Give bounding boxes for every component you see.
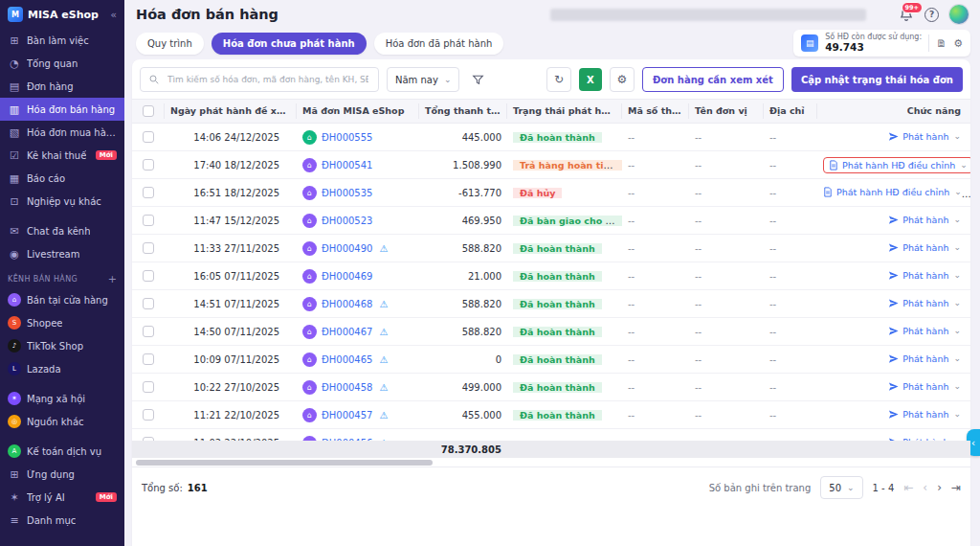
row-checkbox[interactable] (143, 187, 154, 198)
column-header[interactable]: Chức năng (817, 103, 970, 119)
column-header[interactable]: Ngày phát hành đề xuấtⓘ (165, 103, 297, 119)
refresh-icon[interactable]: ↻ (546, 67, 571, 92)
sidebar-item[interactable]: ▥Hóa đơn bán hàng (0, 98, 124, 121)
order-code-link[interactable]: ĐH000469 (322, 271, 372, 282)
sidebar-item[interactable]: ✶Mạng xã hội (0, 387, 124, 410)
first-page-icon[interactable]: ⇤ (903, 481, 913, 494)
warning-icon[interactable]: ⚠ (379, 410, 388, 421)
sidebar-item[interactable]: ◔Tổng quan (0, 52, 124, 75)
publish-action[interactable]: Phát hành HĐ điều chỉnh⌄ (823, 157, 970, 173)
order-code-link[interactable]: ĐH000468 (322, 299, 372, 309)
table-settings-icon[interactable]: ⚙ (610, 67, 635, 92)
publish-action[interactable]: Phát hành⌄ (888, 326, 961, 336)
next-page-icon[interactable]: › (937, 481, 942, 494)
column-header[interactable]: Mã số thuế (622, 103, 689, 119)
warning-icon[interactable]: ⚠ (379, 299, 388, 309)
row-checkbox[interactable] (143, 270, 154, 282)
order-code-link[interactable]: ĐH000535 (322, 188, 372, 198)
order-code-link[interactable]: ĐH000458 (322, 382, 372, 393)
tab-2[interactable]: Hóa đơn đã phát hành (374, 33, 504, 55)
order-code-link[interactable]: ĐH000465 (322, 354, 372, 365)
sidebar-item[interactable]: ☑Kê khai thuếMới (0, 144, 124, 167)
table-row[interactable]: 11:33 27/11/2025⌂ĐH000490⚠588.820Đã hoàn… (132, 235, 970, 262)
sidebar-item[interactable]: ⊡Nghiệp vụ khác (0, 190, 124, 213)
publish-action[interactable]: Phát hành⌄ (888, 270, 961, 281)
publish-action[interactable]: Phát hành⌄ (888, 353, 961, 364)
publish-action[interactable]: Phát hành⌄ (888, 215, 961, 225)
column-header[interactable]: Tên đơn vị (689, 103, 764, 119)
warning-icon[interactable]: ⚠ (379, 382, 388, 393)
search-input[interactable] (166, 74, 370, 85)
sidebar-item[interactable]: ⌂Bán tại cửa hàng (0, 288, 124, 311)
table-row[interactable]: 14:50 07/11/2025⌂ĐH000467⚠588.820Đã hoàn… (132, 318, 970, 346)
sidebar-item[interactable]: ≡Danh mục (0, 509, 124, 532)
sidebar-item[interactable]: ◎Nguồn khác (0, 410, 124, 433)
logo[interactable]: M MISA eShop « (0, 0, 124, 29)
publish-action[interactable]: Phát hành⌄ (888, 242, 961, 253)
table-row[interactable]: 11:47 15/12/2025⌂ĐH000523469.950Đã bàn g… (132, 207, 970, 235)
review-orders-button[interactable]: Đơn hàng cần xem xét (642, 67, 784, 92)
publish-action[interactable]: Phát hành HĐ điều chỉnh⌄ (823, 187, 962, 197)
publish-action[interactable]: Phát hành⌄ (888, 381, 961, 392)
table-row[interactable]: 16:51 18/12/2025⌂ĐH000535-613.770Đã hủy-… (132, 179, 970, 207)
help-icon[interactable]: ? (924, 8, 939, 22)
column-header[interactable]: Mã đơn MISA eShop (297, 103, 419, 119)
table-row[interactable]: 16:05 07/11/2025⌂ĐH00046921.000Đã hoàn t… (132, 262, 970, 290)
select-all-checkbox[interactable] (143, 105, 154, 117)
sidebar-item[interactable]: ⊞Bàn làm việc (0, 29, 124, 52)
row-checkbox[interactable] (143, 381, 154, 393)
sidebar-item[interactable]: AKế toán dịch vụ (0, 440, 124, 463)
order-code-link[interactable]: ĐH000541 (322, 160, 372, 171)
scrollbar-thumb[interactable] (136, 460, 433, 466)
document-icon[interactable]: 🗎 (936, 37, 947, 50)
horizontal-scrollbar[interactable] (132, 458, 970, 467)
sidebar-item[interactable]: ✉Chat đa kênh (0, 219, 124, 242)
sidebar-item[interactable]: ▤Đơn hàng (0, 75, 124, 98)
excel-export-icon[interactable]: X (579, 68, 602, 91)
sidebar-item[interactable]: ⊞Ứng dụng (0, 463, 124, 486)
publish-action[interactable]: Phát hành⌄ (888, 298, 961, 308)
order-code-link[interactable]: ĐH000523 (322, 216, 372, 226)
sidebar-item[interactable]: LLazada (0, 357, 124, 380)
order-code-link[interactable]: ĐH000555 (322, 132, 372, 143)
publish-action[interactable]: Phát hành⌄ (888, 131, 961, 142)
row-checkbox[interactable] (143, 215, 154, 226)
warning-icon[interactable]: ⚠ (379, 243, 388, 254)
avatar[interactable] (949, 5, 969, 24)
gear-icon[interactable]: ⚙ (953, 37, 963, 50)
publish-action[interactable]: Phát hành⌄ (888, 409, 961, 420)
tab-1[interactable]: Hóa đơn chưa phát hành (212, 33, 367, 55)
sidebar-item[interactable]: ✶Trợ lý AIMới (0, 486, 124, 509)
tab-0[interactable]: Quy trình (136, 33, 204, 55)
row-checkbox[interactable] (143, 159, 154, 171)
table-row[interactable]: 14:06 24/12/2025⌂ĐH000555445.000Đã hoàn … (132, 124, 970, 151)
sidebar-item[interactable]: ◉Livestream (0, 242, 124, 265)
per-page-select[interactable]: 50 ⌄ (820, 476, 862, 499)
row-checkbox[interactable] (143, 353, 154, 365)
warning-icon[interactable]: ⚠ (379, 354, 388, 365)
prev-page-icon[interactable]: ‹ (923, 481, 927, 494)
sidebar-item[interactable]: ▧Hóa đơn mua hàng (0, 121, 124, 144)
table-row[interactable]: 10:09 07/11/2025⌂ĐH000465⚠0Đã hoàn thành… (132, 346, 970, 374)
row-checkbox[interactable] (143, 409, 154, 421)
column-header[interactable]: Trạng thái phát hành (507, 103, 622, 119)
sidebar-item[interactable]: ♪TikTok Shop (0, 334, 124, 357)
table-row[interactable]: 10:22 27/10/2025⌂ĐH000458⚠499.000Đã hoàn… (132, 374, 970, 401)
warning-icon[interactable]: ⚠ (379, 327, 388, 337)
sidebar-collapse-icon[interactable]: « (110, 9, 117, 21)
search-box[interactable] (140, 67, 379, 92)
table-row[interactable]: 17:40 18/12/2025⌂ĐH0005411.508.990Trả hà… (132, 151, 970, 179)
table-row[interactable]: 11:21 22/10/2025⌂ĐH000457⚠455.000Đã hoàn… (132, 401, 970, 429)
last-page-icon[interactable]: ⇥ (951, 481, 961, 494)
notifications-button[interactable]: 99+ (899, 7, 914, 22)
table-row[interactable]: 14:51 07/11/2025⌂ĐH000468⚠588.820Đã hoàn… (132, 290, 970, 318)
update-status-button[interactable]: Cập nhật trạng thái hóa đơn (791, 67, 963, 92)
order-code-link[interactable]: ĐH000490 (322, 243, 372, 254)
sidebar-item[interactable]: SShopee (0, 311, 124, 334)
row-checkbox[interactable] (143, 326, 154, 337)
column-header[interactable]: Địa chỉ (764, 103, 817, 119)
column-header[interactable]: Tổng thanh toán (419, 103, 507, 119)
add-channel-icon[interactable]: + (108, 273, 117, 285)
sidebar-item[interactable]: ▦Báo cáo (0, 167, 124, 190)
row-checkbox[interactable] (143, 298, 154, 309)
